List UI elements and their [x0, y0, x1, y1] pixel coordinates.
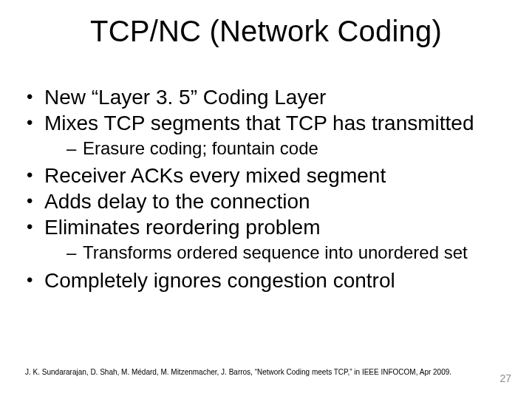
slide: TCP/NC (Network Coding) New “Layer 3. 5”… — [0, 0, 532, 399]
page-number: 27 — [499, 372, 511, 384]
bullet-list: New “Layer 3. 5” Coding Layer Mixes TCP … — [25, 85, 513, 293]
sub-bullet-list: Transforms ordered sequence into unorder… — [44, 242, 513, 263]
sub-bullet-item: Erasure coding; fountain code — [66, 137, 513, 159]
sub-bullet-item: Transforms ordered sequence into unorder… — [66, 242, 513, 263]
citation-text: J. K. Sundararajan, D. Shah, M. Médard, … — [25, 368, 468, 377]
bullet-item: Adds delay to the connection — [25, 189, 513, 214]
bullet-item: New “Layer 3. 5” Coding Layer — [25, 85, 513, 109]
bullet-item: Eliminates reordering problem Transforms… — [25, 215, 513, 263]
bullet-text: Eliminates reordering problem — [44, 216, 321, 239]
bullet-text: Mixes TCP segments that TCP has transmit… — [44, 112, 474, 134]
bullet-item: Receiver ACKs every mixed segment — [25, 163, 513, 188]
bullet-item: Mixes TCP segments that TCP has transmit… — [25, 111, 513, 159]
bullet-item: Completely ignores congestion control — [25, 268, 513, 293]
slide-title: TCP/NC (Network Coding) — [0, 15, 532, 48]
sub-bullet-list: Erasure coding; fountain code — [44, 137, 513, 159]
slide-body: New “Layer 3. 5” Coding Layer Mixes TCP … — [25, 85, 513, 294]
